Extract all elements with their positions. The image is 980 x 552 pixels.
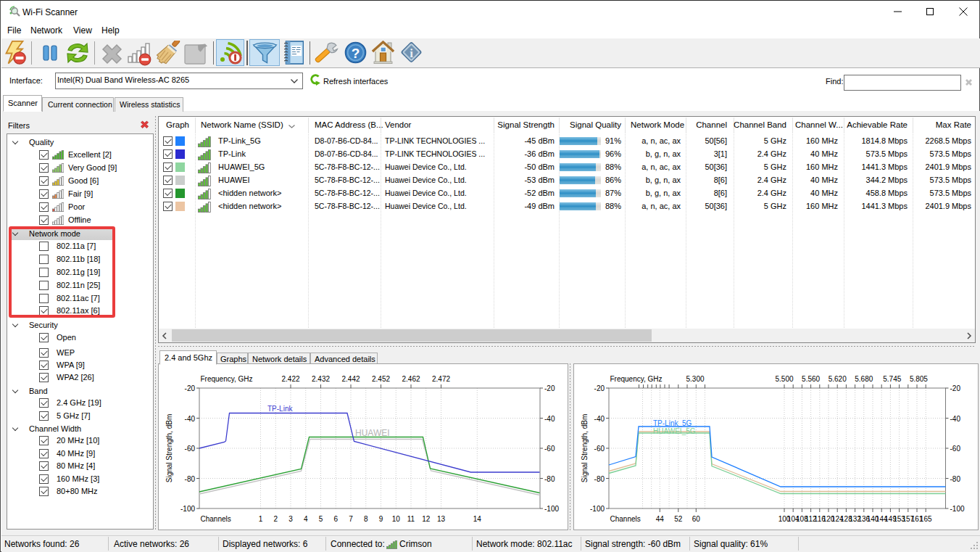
svg-text:Signal Strength, dBm: Signal Strength, dBm [165, 414, 173, 483]
svg-text:2.462: 2.462 [402, 375, 420, 383]
svg-text:5.745: 5.745 [883, 375, 901, 383]
svg-text:12: 12 [422, 515, 431, 523]
svg-text:2: 2 [273, 515, 278, 523]
svg-text:-60: -60 [544, 445, 555, 453]
svg-text:Frequency, GHz: Frequency, GHz [201, 375, 253, 383]
svg-text:5.300: 5.300 [686, 375, 704, 383]
svg-text:14: 14 [473, 515, 482, 523]
svg-text:7: 7 [349, 515, 353, 523]
svg-text:Frequency, GHz: Frequency, GHz [610, 375, 663, 383]
svg-text:-80: -80 [544, 475, 555, 483]
svg-text:TP-Link: TP-Link [267, 405, 293, 413]
svg-text:-80: -80 [594, 475, 605, 483]
svg-text:2.472: 2.472 [432, 375, 450, 383]
svg-text:2.452: 2.452 [372, 375, 390, 383]
svg-text:6: 6 [333, 515, 338, 523]
svg-text:9: 9 [379, 515, 383, 523]
svg-text:-20: -20 [185, 384, 196, 392]
svg-text:-40: -40 [544, 415, 555, 423]
svg-text:3: 3 [288, 515, 293, 523]
svg-text:?: ? [352, 46, 360, 61]
svg-text:-20: -20 [544, 384, 555, 392]
svg-text:-60: -60 [594, 445, 605, 453]
svg-text:5: 5 [319, 515, 323, 523]
svg-text:-60: -60 [185, 445, 196, 453]
svg-text:8: 8 [364, 515, 368, 523]
svg-text:-40: -40 [594, 415, 605, 423]
svg-text:-40: -40 [185, 415, 196, 423]
svg-text:Channels: Channels [610, 515, 641, 523]
svg-text:165: 165 [920, 515, 932, 523]
svg-text:-80: -80 [185, 475, 196, 483]
svg-text:13: 13 [437, 515, 446, 523]
svg-text:-80: -80 [950, 475, 961, 483]
svg-text:-100: -100 [544, 505, 559, 513]
svg-text:TP-Link_5G: TP-Link_5G [653, 419, 692, 427]
svg-text:-100: -100 [590, 505, 605, 513]
svg-text:-100: -100 [180, 505, 195, 513]
svg-text:-60: -60 [950, 445, 961, 453]
svg-text:4: 4 [304, 515, 308, 523]
svg-text:52: 52 [674, 515, 683, 523]
svg-text:-20: -20 [950, 384, 961, 392]
svg-text:Signal Strength, dBm: Signal Strength, dBm [581, 414, 589, 483]
svg-text:5.620: 5.620 [829, 375, 847, 383]
svg-text:5.805: 5.805 [910, 375, 928, 383]
svg-text:2.432: 2.432 [312, 375, 330, 383]
svg-text:-40: -40 [950, 415, 961, 423]
svg-text:1: 1 [259, 515, 263, 523]
svg-text:Channels: Channels [201, 515, 231, 523]
svg-text:-100: -100 [950, 505, 965, 513]
svg-text:5.680: 5.680 [855, 375, 873, 383]
svg-text:i: i [410, 46, 413, 60]
svg-text:2.442: 2.442 [341, 375, 360, 383]
svg-text:HUAWEI: HUAWEI [355, 428, 390, 438]
svg-text:5.500: 5.500 [775, 375, 793, 383]
svg-text:2.422: 2.422 [281, 375, 299, 383]
svg-text:10: 10 [392, 515, 401, 523]
svg-text:60: 60 [692, 515, 701, 523]
svg-text:5.560: 5.560 [802, 375, 820, 383]
svg-text:HUAWEI_5G: HUAWEI_5G [653, 427, 696, 435]
svg-text:-20: -20 [594, 384, 605, 392]
svg-text:11: 11 [407, 515, 415, 523]
svg-text:44: 44 [656, 515, 665, 523]
